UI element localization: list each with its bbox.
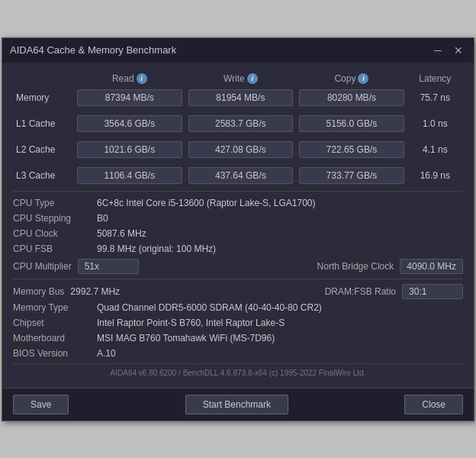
col-header-copy: Copy i	[296, 70, 407, 87]
north-bridge-label: North Bridge Clock	[317, 260, 394, 273]
copy-value: 722.65 GB/s	[296, 139, 407, 160]
cpu-stepping-label: CPU Stepping	[13, 211, 97, 225]
memory-bus-left: Memory Bus 2992.7 MHz	[13, 285, 120, 298]
cpu-clock-value: 5087.6 MHz	[97, 227, 463, 240]
cpu-type-label: CPU Type	[13, 196, 97, 210]
latency-value: 4.1 ns	[407, 139, 463, 160]
read-value: 1106.4 GB/s	[74, 165, 185, 186]
cpu-type-value: 6C+8c Intel Core i5-13600 (Raptor Lake-S…	[97, 196, 463, 210]
north-bridge-value: 4090.0 MHz	[400, 259, 463, 274]
close-button[interactable]: ✕	[451, 44, 466, 57]
cpu-stepping-value: B0	[97, 211, 463, 225]
window-controls: ─ ✕	[431, 44, 466, 57]
start-benchmark-button[interactable]: Start Benchmark	[185, 395, 288, 414]
write-value: 81954 MB/s	[185, 87, 297, 108]
copy-value: 733.77 GB/s	[296, 165, 407, 186]
titlebar: AIDA64 Cache & Memory Benchmark ─ ✕	[2, 38, 474, 63]
cpu-info-section: CPU Type 6C+8c Intel Core i5-13600 (Rapt…	[13, 196, 463, 256]
memory-info-section: Memory Type Quad Channel DDR5-6000 SDRAM…	[13, 301, 463, 360]
row-label: Memory	[13, 87, 74, 108]
chipset-label: Chipset	[13, 316, 97, 330]
read-info-icon[interactable]: i	[137, 73, 147, 84]
row-label: L3 Cache	[13, 165, 74, 186]
read-value: 1021.6 GB/s	[74, 139, 185, 160]
memory-type-label: Memory Type	[13, 301, 97, 314]
motherboard-value: MSI MAG B760 Tomahawk WiFi (MS-7D96)	[97, 331, 463, 345]
cpu-multiplier-label: CPU Multiplier	[13, 260, 72, 273]
motherboard-label: Motherboard	[13, 331, 97, 345]
minimize-button[interactable]: ─	[431, 44, 445, 57]
write-value: 427.08 GB/s	[185, 139, 297, 160]
close-button[interactable]: Close	[404, 395, 463, 414]
row-label: L1 Cache	[13, 113, 74, 134]
memory-bus-value: 2992.7 MHz	[70, 285, 120, 298]
bios-label: BIOS Version	[13, 347, 97, 360]
memory-bus-row: Memory Bus 2992.7 MHz DRAM:FSB Ratio 30:…	[13, 284, 463, 299]
write-value: 2583.7 GB/s	[185, 113, 297, 134]
content-area: Read i Write i Copy i	[2, 63, 474, 388]
table-row: L3 Cache1106.4 GB/s437.64 GB/s733.77 GB/…	[13, 165, 463, 186]
read-value: 87394 MB/s	[74, 87, 185, 108]
latency-value: 16.9 ns	[407, 165, 463, 186]
copy-value: 80280 MB/s	[296, 87, 407, 108]
col-header-read: Read i	[74, 70, 185, 87]
button-bar: Save Start Benchmark Close	[2, 388, 474, 421]
copy-value: 5156.0 GB/s	[296, 113, 407, 134]
chipset-value: Intel Raptor Point-S B760, Intel Raptor …	[97, 316, 463, 330]
divider-1	[13, 191, 463, 192]
benchmark-table: Read i Write i Copy i	[13, 70, 463, 186]
latency-value: 75.7 ns	[407, 87, 463, 108]
table-row: Memory87394 MB/s81954 MB/s80280 MB/s75.7…	[13, 87, 463, 108]
dram-fsb-value: 30:1	[402, 284, 463, 299]
col-header-latency: Latency	[407, 70, 463, 87]
cpu-fsb-label: CPU FSB	[13, 242, 97, 256]
table-row: L2 Cache1021.6 GB/s427.08 GB/s722.65 GB/…	[13, 139, 463, 160]
row-label: L2 Cache	[13, 139, 74, 160]
bios-value: A.10	[97, 347, 463, 360]
dram-fsb-right: DRAM:FSB Ratio 30:1	[325, 284, 463, 299]
copy-info-icon[interactable]: i	[358, 73, 368, 84]
multiplier-row: CPU Multiplier 51x North Bridge Clock 40…	[13, 259, 463, 274]
cpu-multiplier-value: 51x	[78, 259, 139, 274]
multiplier-left: CPU Multiplier 51x	[13, 259, 139, 274]
save-button[interactable]: Save	[13, 395, 69, 414]
cpu-clock-label: CPU Clock	[13, 227, 97, 240]
col-header-label	[13, 70, 74, 87]
memory-type-value: Quad Channel DDR5-6000 SDRAM (40-40-40-8…	[97, 301, 463, 314]
table-row: L1 Cache3564.6 GB/s2583.7 GB/s5156.0 GB/…	[13, 113, 463, 134]
latency-value: 1.0 ns	[407, 113, 463, 134]
dram-fsb-label: DRAM:FSB Ratio	[325, 285, 396, 298]
footer-text: AIDA64 v6.80.6200 / BenchDLL 4.6.873.8-x…	[13, 363, 463, 380]
memory-bus-label: Memory Bus	[13, 285, 64, 298]
window-title: AIDA64 Cache & Memory Benchmark	[10, 44, 176, 56]
read-value: 3564.6 GB/s	[74, 113, 185, 134]
col-header-write: Write i	[185, 70, 297, 87]
north-bridge-right: North Bridge Clock 4090.0 MHz	[317, 259, 463, 274]
divider-2	[13, 279, 463, 279]
cpu-fsb-value: 99.8 MHz (original: 100 MHz)	[97, 242, 463, 256]
write-value: 437.64 GB/s	[185, 165, 297, 186]
main-window: AIDA64 Cache & Memory Benchmark ─ ✕ Read…	[2, 37, 474, 421]
write-info-icon[interactable]: i	[247, 73, 258, 84]
